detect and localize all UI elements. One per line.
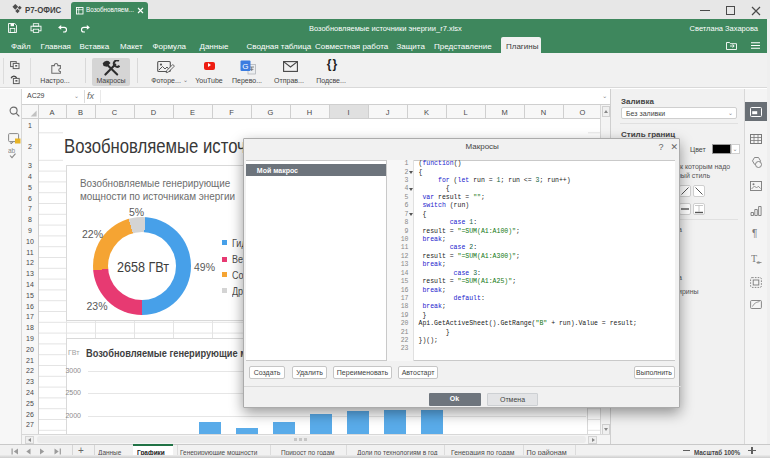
svg-text:G: G bbox=[242, 61, 248, 70]
svg-text:15: 15 bbox=[26, 292, 34, 299]
svg-text:13: 13 bbox=[26, 270, 34, 277]
svg-text:J: J bbox=[386, 108, 390, 117]
svg-text:25: 25 bbox=[26, 400, 34, 407]
svg-text:11: 11 bbox=[26, 249, 33, 256]
svg-text:L: L bbox=[463, 108, 467, 117]
svg-text:K: K bbox=[424, 108, 429, 117]
svg-text:6: 6 bbox=[28, 195, 32, 202]
svg-text:2: 2 bbox=[28, 143, 32, 150]
svg-text:26: 26 bbox=[26, 411, 34, 418]
svg-text:a: a bbox=[757, 258, 760, 264]
svg-text:12: 12 bbox=[26, 259, 34, 266]
svg-text:O: O bbox=[580, 108, 586, 117]
svg-text:21: 21 bbox=[26, 357, 34, 364]
svg-text:ab: ab bbox=[8, 147, 16, 154]
svg-text:8: 8 bbox=[28, 216, 32, 223]
svg-text:N: N bbox=[541, 108, 546, 117]
svg-text:I: I bbox=[347, 108, 349, 117]
svg-text:B: B bbox=[78, 108, 83, 117]
svg-text:4: 4 bbox=[28, 173, 32, 180]
svg-text:H: H bbox=[307, 108, 312, 117]
svg-text:7: 7 bbox=[28, 205, 32, 212]
svg-text:C: C bbox=[112, 108, 118, 117]
svg-text:14: 14 bbox=[26, 281, 34, 288]
svg-text:D: D bbox=[151, 108, 157, 117]
svg-text:10: 10 bbox=[26, 238, 34, 245]
svg-text:F: F bbox=[229, 108, 234, 117]
svg-text:5: 5 bbox=[28, 184, 32, 191]
svg-text:E: E bbox=[190, 108, 195, 117]
svg-text:A: A bbox=[49, 108, 54, 117]
svg-text:16: 16 bbox=[26, 303, 34, 310]
svg-text:G: G bbox=[268, 108, 274, 117]
svg-text:24: 24 bbox=[26, 389, 34, 396]
svg-text:17: 17 bbox=[26, 313, 34, 320]
svg-text:9: 9 bbox=[28, 227, 32, 234]
svg-text:27: 27 bbox=[26, 421, 34, 428]
svg-text:M: M bbox=[501, 108, 507, 117]
svg-text:18: 18 bbox=[26, 324, 34, 331]
svg-text:19: 19 bbox=[26, 335, 34, 342]
svg-text:22: 22 bbox=[26, 367, 34, 374]
svg-text:23: 23 bbox=[26, 378, 34, 385]
svg-text:1: 1 bbox=[28, 122, 32, 129]
svg-text:20: 20 bbox=[26, 346, 34, 353]
svg-text:3: 3 bbox=[28, 162, 32, 169]
